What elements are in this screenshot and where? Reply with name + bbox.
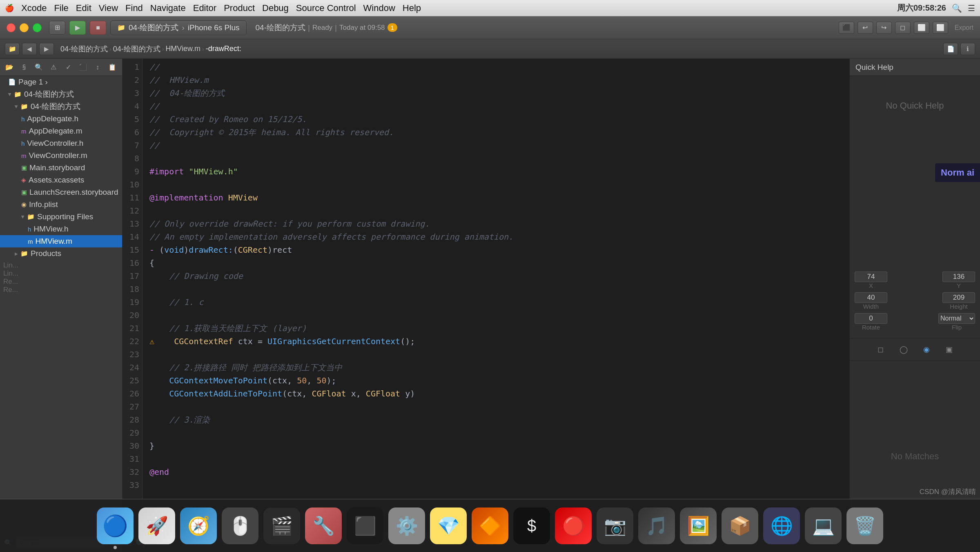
- dock-terminal[interactable]: ⬛: [347, 507, 383, 544]
- title-bar: ⊞ ▶ ■ 📁 04-绘图的方式 › iPhone 6s Plus 04-绘图的…: [0, 16, 980, 39]
- bc-sep-2: ›: [162, 46, 164, 52]
- bc-item-1[interactable]: 04-绘图的方式: [60, 44, 108, 54]
- menu-file[interactable]: File: [54, 3, 68, 13]
- menu-edit[interactable]: Edit: [76, 3, 91, 13]
- menu-bar: 🍎 Xcode File Edit View Find Navigate Edi…: [0, 0, 980, 16]
- dock-finder[interactable]: 🔵: [97, 507, 134, 544]
- obj-lib-btn-1[interactable]: ◻: [873, 343, 888, 356]
- tree-info-plist[interactable]: ◉ Info.plist: [0, 198, 122, 211]
- back-btn[interactable]: ◀: [22, 43, 37, 55]
- dock-quicktime[interactable]: 🎬: [263, 507, 300, 544]
- tree-launch-screen[interactable]: ▣ LaunchScreen.storyboard: [0, 186, 122, 198]
- dock-camera[interactable]: 📷: [597, 507, 633, 544]
- menu-window[interactable]: Window: [363, 3, 395, 13]
- x-input[interactable]: [855, 272, 887, 282]
- dock-music[interactable]: 🎵: [638, 507, 675, 544]
- dock-app-box[interactable]: 📦: [722, 507, 758, 544]
- forward-btn[interactable]: ▶: [39, 43, 54, 55]
- menu-editor[interactable]: Editor: [193, 3, 216, 13]
- info-btn[interactable]: ℹ: [960, 43, 975, 55]
- layout-btn-1[interactable]: ⬛: [839, 22, 854, 34]
- menu-source-control[interactable]: Source Control: [296, 3, 356, 13]
- tree-assets[interactable]: ◈ Assets.xcassets: [0, 174, 122, 186]
- y-label: Y: [957, 282, 961, 289]
- layout-btn-4[interactable]: ◻: [895, 22, 911, 34]
- dock-browser[interactable]: 🌐: [763, 507, 800, 544]
- sidebar-folder-btn[interactable]: 📂: [3, 62, 16, 73]
- project-tab[interactable]: 📁 04-绘图的方式 › iPhone 6s Plus: [110, 20, 247, 35]
- tree-app-delegate-h[interactable]: h AppDelegate.h: [0, 113, 122, 125]
- warning-badge: 1: [388, 23, 397, 32]
- tree-subfolder[interactable]: ▶ 📁 04-绘图的方式: [0, 100, 122, 113]
- menu-icon[interactable]: ☰: [968, 3, 975, 13]
- sidebar-test-btn[interactable]: ✓: [62, 62, 74, 73]
- layout-btn-2[interactable]: ↩: [858, 22, 873, 34]
- sidebar-log-btn[interactable]: 📋: [106, 62, 118, 73]
- terminal2-icon: $: [513, 507, 550, 544]
- tree-supporting-files[interactable]: ▶ 📁 Supporting Files: [0, 211, 122, 223]
- y-input[interactable]: [942, 272, 975, 282]
- tree-viewcontroller-m[interactable]: m ViewController.m: [0, 149, 122, 162]
- menu-help[interactable]: Help: [403, 3, 421, 13]
- tree-main-storyboard[interactable]: ▣ Main.storyboard: [0, 162, 122, 174]
- menu-view[interactable]: View: [99, 3, 118, 13]
- run-button[interactable]: ▶: [69, 21, 86, 35]
- bc-item-4[interactable]: -drawRect:: [206, 45, 241, 53]
- tree-root[interactable]: ▶ 📁 04-绘图的方式: [0, 88, 122, 100]
- layout-btn-5[interactable]: ⬜: [914, 22, 929, 34]
- tree-item-page[interactable]: 📄 Page 1 ›: [0, 76, 122, 88]
- sidebar-warn-btn[interactable]: ⚠: [47, 62, 60, 73]
- flip-select[interactable]: Normal: [938, 313, 975, 324]
- code-content[interactable]: // // HMView.m // 04-绘图的方式 // // Created…: [143, 59, 849, 533]
- bc-item-2[interactable]: 04-绘图的方式: [113, 44, 160, 54]
- obj-lib-btn-3[interactable]: ◉: [919, 343, 934, 356]
- dock-system-prefs[interactable]: ⚙️: [388, 507, 425, 544]
- tree-hmview-h[interactable]: h HMView.h: [0, 223, 122, 235]
- sidebar-sym-btn[interactable]: §: [18, 62, 30, 73]
- folder-btn[interactable]: 📁: [5, 43, 20, 55]
- menu-debug[interactable]: Debug: [262, 3, 289, 13]
- dock-app-red[interactable]: 🔴: [555, 507, 592, 544]
- dock-xcode-tools[interactable]: 🔧: [305, 507, 342, 544]
- norm-ai-label: Norm ai: [941, 167, 974, 178]
- dock-gallery[interactable]: 🖼️: [680, 507, 717, 544]
- close-button[interactable]: [7, 23, 16, 32]
- fullscreen-button[interactable]: [33, 23, 42, 32]
- bc-item-3[interactable]: HMView.m: [165, 45, 200, 53]
- dock-terminal2[interactable]: $: [513, 507, 550, 544]
- obj-lib-btn-4[interactable]: ▣: [942, 343, 957, 356]
- menu-navigate[interactable]: Navigate: [150, 3, 186, 13]
- dock-app-orange[interactable]: 🔶: [472, 507, 508, 544]
- sidebar-search-btn[interactable]: 🔍: [33, 62, 45, 73]
- width-input[interactable]: [855, 292, 887, 303]
- apple-menu[interactable]: 🍎: [5, 4, 14, 13]
- dock: 🔵 🚀 🧭 🖱️ 🎬 🔧 ⬛: [0, 499, 980, 552]
- search-icon[interactable]: 🔍: [952, 3, 962, 13]
- doc-btn[interactable]: 📄: [943, 43, 958, 55]
- sidebar: 📂 § 🔍 ⚠ ✓ ⬛ ↕ 📋 📄 Page 1 › ▶ 📁 04-绘图的: [0, 59, 122, 552]
- tree-label: 04-绘图的方式: [31, 101, 80, 112]
- tree-hmview-m[interactable]: m HMView.m: [0, 235, 122, 247]
- minimize-button[interactable]: [20, 23, 29, 32]
- dock-laptop[interactable]: 💻: [805, 507, 842, 544]
- menu-product[interactable]: Product: [224, 3, 255, 13]
- sidebar-debug-btn[interactable]: ⬛: [77, 62, 89, 73]
- menu-xcode[interactable]: Xcode: [21, 3, 47, 13]
- dock-trash[interactable]: 🗑️: [846, 507, 883, 544]
- dock-safari[interactable]: 🧭: [180, 507, 217, 544]
- tree-app-delegate-m[interactable]: m AppDelegate.m: [0, 125, 122, 137]
- rotate-input[interactable]: [855, 313, 887, 324]
- height-input[interactable]: [942, 292, 975, 303]
- menu-find[interactable]: Find: [125, 3, 143, 13]
- tree-viewcontroller-h[interactable]: h ViewController.h: [0, 137, 122, 149]
- stop-button[interactable]: ■: [90, 21, 106, 35]
- obj-lib-btn-2[interactable]: ◯: [896, 343, 911, 356]
- dock-mouse[interactable]: 🖱️: [222, 507, 258, 544]
- sidebar-toggle[interactable]: ⊞: [49, 21, 65, 35]
- dock-launchpad[interactable]: 🚀: [138, 507, 175, 544]
- tree-products[interactable]: ▶ 📁 Products: [0, 247, 122, 260]
- layout-btn-6[interactable]: ⬜: [933, 22, 948, 34]
- dock-sketch[interactable]: 💎: [430, 507, 467, 544]
- sidebar-git-btn[interactable]: ↕: [91, 62, 104, 73]
- layout-btn-3[interactable]: ↪: [876, 22, 892, 34]
